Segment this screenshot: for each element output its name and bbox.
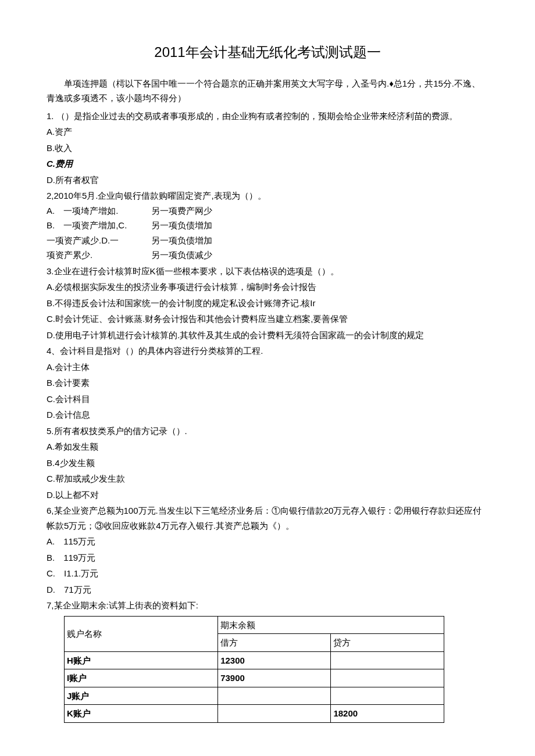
cell-credit: [331, 687, 444, 705]
q2-d2: 另一项负债减少: [151, 248, 488, 263]
document-title: 2011年会计基础无纸化考试测试题一: [47, 41, 488, 65]
cell-credit: [331, 651, 444, 669]
cell-name: H账户: [65, 651, 218, 669]
q1-option-a: A.资产: [47, 124, 488, 139]
q5-option-c: C.帮加或戒少发生款: [47, 471, 488, 486]
table-row: I账户 73900: [65, 669, 444, 687]
question-4: 4、会计科目是指对（）的具体内容进行分类核算的工程.: [47, 343, 488, 359]
cell-name: K账户: [65, 705, 218, 723]
q5-option-a: A.希如发生额: [47, 439, 488, 454]
q1-option-d: D.所有者权官: [47, 173, 488, 188]
cell-debit: 12300: [218, 651, 331, 669]
q3-option-d: D.使用电子计算机进行会计核算的.其软件及其生成的会计费料无须符合国家疏一的会计…: [47, 328, 488, 343]
q6-option-b: B. 119万元: [47, 550, 488, 565]
q2-b1: B. 一项资产增加,C.: [47, 218, 151, 233]
q2-b2: 另一项负债增加: [151, 218, 488, 233]
q3-option-a: A.必馈根据实际发生的投济业务事项进行会计核算，编制时务会计报告: [47, 280, 488, 295]
th-debit: 借方: [218, 634, 331, 652]
question-3: 3.企业在进行会计核算时应K循一些根本要求，以下表估格误的选项是（）。: [47, 264, 488, 279]
cell-name: I账户: [65, 669, 218, 687]
q5-option-d: D.以上都不对: [47, 488, 488, 503]
table-row: K账户 18200: [65, 705, 444, 723]
cell-debit: [218, 687, 331, 705]
cell-credit: 18200: [331, 705, 444, 723]
question-5: 5.所有者权技类系户的借方记录（）.: [47, 424, 488, 439]
cell-debit: [218, 705, 331, 723]
q1-option-b: B.收入: [47, 141, 488, 156]
q2-options-grid: A. 一项埼产增如. 另一项费产网少 B. 一项资产增加,C. 另一项负债增加 …: [47, 203, 488, 263]
th-account-name: 贱户名称: [65, 616, 218, 651]
question-7: 7,某企业期末余:试算上街表的资料如下:: [47, 598, 488, 613]
table-row: J账户: [65, 687, 444, 705]
q4-option-c: C.会计科目: [47, 392, 488, 407]
q2-a2: 另一项费产网少: [151, 203, 488, 218]
q5-option-b: B.4少发生额: [47, 456, 488, 471]
q3-option-c: C.时会计凭证、会计账蒸.财务会计报告和其他会计费料应当建立档案,要善保管: [47, 311, 488, 327]
cell-debit: 73900: [218, 669, 331, 687]
q6-option-d: D. 71万元: [47, 582, 488, 597]
q2-a1: A. 一项埼产增如.: [47, 203, 151, 218]
th-balance: 期末余额: [218, 616, 444, 634]
question-6: 6,某企业资产总额为100万元.当发生以下三笔经济业务后：①向银行借款20万元存…: [47, 503, 488, 533]
q4-option-d: D.会计信息: [47, 407, 488, 422]
q2-c2: 另一项负债增加: [151, 233, 488, 248]
q6-option-c: C. I1.1.万元: [47, 566, 488, 581]
table-row: H账户 12300: [65, 651, 444, 669]
cell-credit: [331, 669, 444, 687]
q6-option-a: A. 115万元: [47, 534, 488, 549]
question-1: 1. （）是指企业过去的交易或者事项形成的，由企业狗有或者控制的，预期会给企业带…: [47, 109, 488, 124]
q2-d1: 项资产累少.: [47, 248, 151, 263]
q2-c1: 一项资产减少.D.一: [47, 233, 151, 248]
balance-table: 贱户名称 期末余额 借方 贷方 H账户 12300 I账户 73900 J账户 …: [64, 616, 444, 723]
cell-name: J账户: [65, 687, 218, 705]
intro-paragraph: 单项连押题（樗以下各国中唯一一个符合题京的正确并案用英文大写字母，入圣号内.♦总…: [47, 76, 488, 106]
q4-option-b: B.会计要素: [47, 375, 488, 390]
q3-option-b: B.不得违反会计法和国家统一的会计制度的规定私设会计账簿齐记.核Ir: [47, 296, 488, 311]
question-2: 2,2010年5月.企业向银行借款购曜固定资产,表现为（）。: [47, 188, 488, 203]
th-credit: 贷方: [331, 634, 444, 652]
q4-option-a: A.会计主体: [47, 360, 488, 375]
q1-option-c: C.费用: [47, 156, 488, 171]
